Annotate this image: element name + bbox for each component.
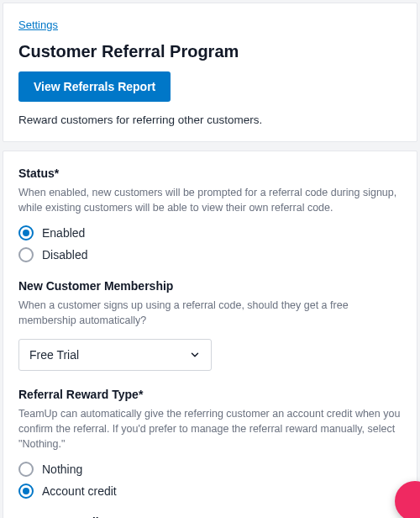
radio-label: Nothing bbox=[42, 462, 82, 476]
form-panel: Status* When enabled, new customers will… bbox=[3, 151, 417, 518]
radio-label: Account credit bbox=[42, 484, 117, 498]
reward-type-label: Referral Reward Type* bbox=[18, 388, 402, 401]
status-field: Status* When enabled, new customers will… bbox=[18, 166, 402, 262]
membership-help: When a customer signs up using a referra… bbox=[18, 298, 402, 328]
status-radio-disabled[interactable]: Disabled bbox=[18, 247, 402, 262]
membership-label: New Customer Membership bbox=[18, 279, 402, 293]
reward-type-help: TeamUp can automatically give the referr… bbox=[18, 406, 402, 452]
radio-icon bbox=[18, 462, 34, 477]
reward-radio-credit[interactable]: Account credit bbox=[18, 484, 402, 499]
chevron-down-icon bbox=[189, 349, 201, 361]
header-description: Reward customers for referring other cus… bbox=[18, 114, 402, 126]
status-help: When enabled, new customers will be prom… bbox=[18, 185, 402, 215]
reward-radio-nothing[interactable]: Nothing bbox=[18, 462, 402, 477]
breadcrumb-settings[interactable]: Settings bbox=[18, 18, 58, 31]
view-referrals-report-button[interactable]: View Referrals Report bbox=[18, 71, 171, 102]
radio-label: Disabled bbox=[42, 248, 87, 262]
radio-label: Enabled bbox=[42, 226, 85, 240]
membership-field: New Customer Membership When a customer … bbox=[18, 279, 402, 370]
status-label: Status* bbox=[18, 166, 402, 180]
membership-select[interactable]: Free Trial bbox=[18, 339, 212, 371]
reward-type-field: Referral Reward Type* TeamUp can automat… bbox=[18, 388, 402, 499]
header-panel: Settings Customer Referral Program View … bbox=[3, 3, 417, 142]
status-radio-enabled[interactable]: Enabled bbox=[18, 225, 402, 240]
membership-selected-value: Free Trial bbox=[29, 348, 79, 362]
page-title: Customer Referral Program bbox=[18, 42, 402, 61]
radio-icon bbox=[18, 484, 34, 499]
radio-icon bbox=[18, 225, 34, 240]
radio-icon bbox=[18, 247, 34, 262]
